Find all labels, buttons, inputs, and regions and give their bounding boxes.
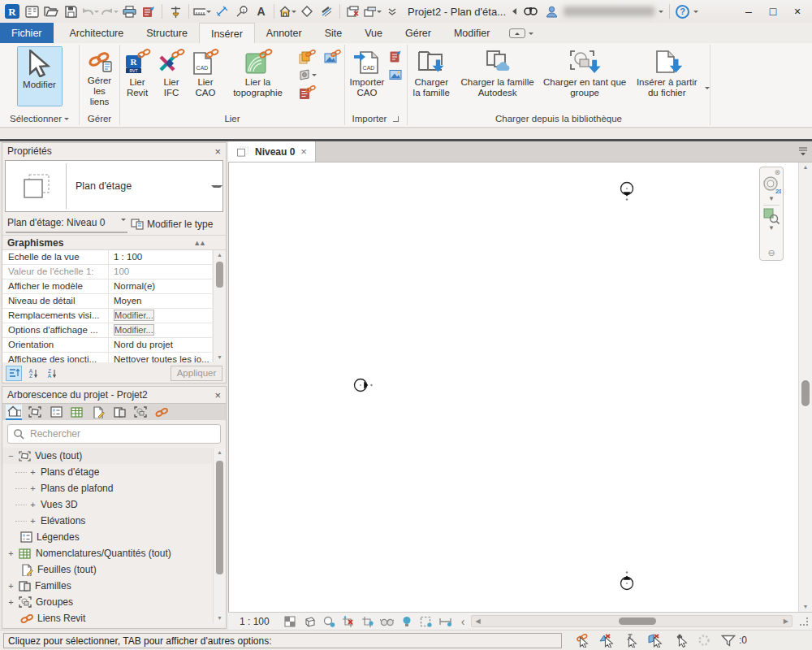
navbar-minimize-icon[interactable]: ⊖	[767, 248, 775, 258]
tab-inserer[interactable]: Insérer	[199, 23, 255, 43]
reveal-constraints-icon[interactable]	[438, 614, 453, 628]
type-selector[interactable]: Plan d'étage	[5, 160, 223, 212]
tab-architecture[interactable]: Architecture	[58, 23, 136, 43]
title-collapse-icon[interactable]	[511, 7, 518, 15]
load-as-group-button[interactable]: Charger en tant que groupe	[540, 46, 630, 101]
properties-scrollbar[interactable]: ▲▼	[213, 250, 226, 362]
vertical-scrollbar[interactable]: ▲ ▼	[798, 162, 812, 612]
link-cad-button[interactable]: CAD Lier CAO	[188, 46, 222, 101]
panel-label-lier[interactable]: Lier	[120, 111, 344, 127]
load-autodesk-family-button[interactable]: Charger la famille Autodesk	[457, 46, 538, 101]
scale-button[interactable]: 1 : 100	[231, 616, 278, 627]
browser-home-icon[interactable]	[6, 405, 22, 420]
undo-icon[interactable]	[81, 2, 99, 20]
close-inactive-windows-icon[interactable]	[344, 2, 362, 20]
tree-item-vues-3d[interactable]: + Vues 3D	[2, 496, 212, 513]
import-cad-button[interactable]: CAD Importer CAO	[347, 46, 387, 101]
tab-annoter[interactable]: Annoter	[255, 23, 313, 43]
section-graphismes[interactable]: Graphismes ▲▲	[2, 235, 226, 250]
tag-icon[interactable]: 1	[232, 2, 250, 20]
insert-from-file-button[interactable]: Insérer à partir du fichier	[632, 46, 702, 101]
search-help-icon[interactable]	[521, 2, 539, 20]
manage-links-button[interactable]: Gérer les liens	[81, 46, 119, 110]
customize-qat-icon[interactable]	[383, 2, 401, 20]
redo-icon[interactable]	[101, 2, 119, 20]
select-underlay-icon[interactable]	[598, 633, 615, 648]
link-pdf-icon[interactable]	[298, 85, 317, 100]
property-row[interactable]: Remplacements visi...Modifier...	[2, 309, 212, 323]
tree-item-familles[interactable]: + Familles	[2, 578, 212, 594]
browser-families-icon[interactable]	[111, 405, 127, 420]
tree-item-plans-plafond[interactable]: + Plans de plafond	[2, 480, 212, 496]
view-tab-close-icon[interactable]: ×	[300, 145, 307, 158]
view-tab-list-icon[interactable]	[797, 145, 809, 159]
aligned-dimension-icon[interactable]	[213, 2, 231, 20]
browser-search[interactable]	[7, 424, 221, 444]
revit-logo[interactable]: R	[3, 2, 21, 20]
thin-lines-icon[interactable]	[317, 2, 335, 20]
switch-windows-icon[interactable]	[364, 2, 382, 20]
tree-item-vues[interactable]: − Vues (tout)	[2, 448, 212, 464]
property-row[interactable]: Options d'affichage ...Modifier...	[2, 323, 212, 338]
panel-label-gerer[interactable]: Gérer	[80, 111, 119, 127]
browser-legends-icon[interactable]	[48, 405, 64, 420]
section-icon[interactable]	[298, 2, 316, 20]
tab-gerer[interactable]: Gérer	[394, 23, 443, 43]
property-row[interactable]: Echelle de la vue1 : 100	[2, 250, 212, 265]
resize-grip[interactable]	[799, 617, 809, 626]
link-image-icon[interactable]	[323, 50, 341, 64]
wheel-menu-caret-icon[interactable]: ▼	[768, 195, 775, 202]
close-button[interactable]: ×	[786, 2, 809, 20]
tree-item-feuilles[interactable]: Feuilles (tout)	[2, 561, 212, 578]
open-icon[interactable]	[42, 2, 60, 20]
modify-overrides-button[interactable]: Modifier...	[114, 310, 154, 321]
tree-item-plans-etage[interactable]: + Plans d'étage	[2, 464, 212, 480]
crop-view-icon[interactable]	[341, 614, 356, 628]
temporary-view-properties-icon[interactable]	[419, 614, 434, 628]
browser-scrollbar[interactable]: ▲▼	[213, 448, 226, 623]
detail-level-icon[interactable]	[283, 614, 297, 628]
measure-icon[interactable]	[193, 2, 211, 20]
link-revit-button[interactable]: RRVT Lier Revit	[120, 46, 154, 101]
tree-item-liens-revit[interactable]: Liens Revit	[2, 610, 212, 623]
select-pinned-icon[interactable]	[622, 633, 640, 648]
browser-links-icon[interactable]	[153, 405, 170, 420]
insert-from-file-caret-icon[interactable]	[705, 87, 710, 92]
view-tab-niveau0[interactable]: Niveau 0 ×	[228, 141, 316, 162]
home-screen-icon[interactable]	[23, 2, 41, 20]
panel-label-importer[interactable]: Importer	[345, 111, 407, 127]
viewbar-collapse-icon[interactable]: ‹	[461, 615, 465, 628]
instance-selector[interactable]: Plan d'étage: Niveau 0	[6, 215, 127, 233]
sort-default-icon[interactable]	[6, 366, 22, 381]
tree-item-legendes[interactable]: Légendes	[2, 529, 212, 545]
tab-fichier[interactable]: Fichier	[0, 23, 54, 43]
modify-button[interactable]: Modifier	[17, 46, 63, 106]
maximize-button[interactable]: □	[762, 2, 784, 20]
browser-sheets-icon[interactable]	[90, 405, 106, 420]
load-family-button[interactable]: Charger la famille	[408, 46, 456, 101]
account-menu-caret-icon[interactable]	[659, 11, 663, 15]
reveal-hidden-icon[interactable]	[400, 614, 414, 628]
account-avatar-icon[interactable]	[542, 2, 560, 20]
tab-structure[interactable]: Structure	[135, 23, 199, 43]
decal-icon[interactable]	[298, 68, 317, 81]
print-icon[interactable]	[120, 2, 138, 20]
minimize-button[interactable]: –	[737, 2, 760, 20]
elevation-marker-west[interactable]	[352, 375, 375, 395]
properties-close-icon[interactable]: ×	[214, 145, 221, 158]
elevation-marker-north[interactable]	[617, 180, 637, 203]
import-image-icon[interactable]	[389, 69, 402, 80]
zoom-region-icon[interactable]	[763, 208, 780, 224]
browser-views-icon[interactable]	[27, 405, 43, 420]
type-selector-caret-icon[interactable]	[211, 185, 222, 190]
zoom-menu-caret-icon[interactable]: ▼	[768, 224, 775, 232]
link-topography-button[interactable]: Lier la topographie	[224, 46, 292, 101]
importer-dialog-launcher-icon[interactable]	[391, 115, 400, 123]
help-icon[interactable]: ?	[676, 5, 689, 19]
visual-style-icon[interactable]	[302, 614, 317, 628]
ribbon-collapse-icon[interactable]	[509, 23, 533, 43]
tree-item-groupes[interactable]: + Groupes	[2, 594, 212, 610]
steering-wheel-2d-icon[interactable]: 2D	[762, 176, 781, 195]
text-icon[interactable]: A	[252, 2, 270, 20]
link-ifc-button[interactable]: Lier IFC	[156, 46, 187, 101]
